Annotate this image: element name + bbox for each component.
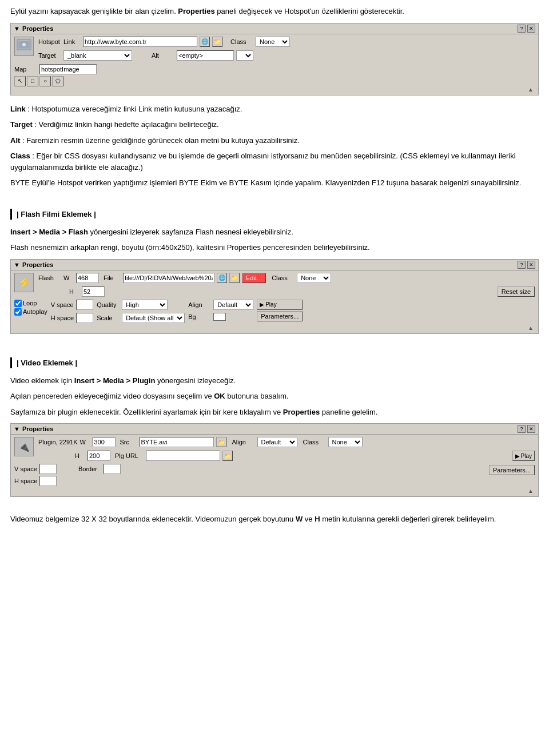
flash-folder-btn[interactable]: 📁 <box>229 273 240 283</box>
plugin-class-select[interactable]: None <box>328 437 363 447</box>
plugin-panel-buttons: ? ✕ <box>518 425 535 433</box>
target-select[interactable]: _blank <box>63 50 132 61</box>
plugin-class-label: Class <box>303 439 326 445</box>
alt-select[interactable] <box>236 50 253 61</box>
plugin-src-folder-btn[interactable]: 📁 <box>216 437 226 447</box>
video-section-title: | Video Eklemek | <box>10 357 82 368</box>
plugin-panel-title-left: ▼ Properties <box>14 425 53 432</box>
flash-globe-btn[interactable]: 🌐 <box>217 273 227 283</box>
plugin-params-btn[interactable]: Parameters... <box>489 465 535 475</box>
link-input[interactable] <box>83 37 197 47</box>
plugin-fields: Plugin, 2291K W Src 📁 Align Default Clas… <box>38 437 535 463</box>
flash-class-select[interactable]: None <box>297 273 331 283</box>
map-input[interactable] <box>39 64 97 74</box>
hotspot-fields: Hotspot Link 🌐 📁 Class None Target _blan… <box>38 37 535 62</box>
flash-insert-bold: Insert > Media > Flash <box>10 228 88 236</box>
panel-scroll-up[interactable]: ▲ <box>14 86 535 93</box>
autoplay-checkbox-label[interactable]: Autoplay <box>14 308 47 316</box>
flash-panel-scroll[interactable]: ▲ <box>14 325 535 331</box>
plugin-expand-btn[interactable]: ✕ <box>527 425 535 433</box>
panel-titlebar-buttons: ? ✕ <box>518 25 535 33</box>
class-label: Class <box>230 38 253 45</box>
play-icon: ▶ <box>260 301 264 308</box>
flash-vhspace: V space H space <box>51 300 93 325</box>
flash-h-reset-row: H Reset size <box>38 287 535 297</box>
plugin-border-input[interactable] <box>104 464 121 474</box>
svg-point-2 <box>22 43 26 46</box>
flash-w-input[interactable] <box>76 273 99 283</box>
flash-panel-buttons: ? ✕ <box>518 261 535 269</box>
flash-panel-titlebar: ▼ Properties ? ✕ <box>11 260 538 270</box>
plugin-play-btn[interactable]: ▶ Play <box>512 451 535 461</box>
plugin-row1: 🔌 Plugin, 2291K W Src 📁 Align Default Cl… <box>14 437 535 463</box>
flash-expand-btn[interactable]: ✕ <box>527 261 535 269</box>
plugin-align-label: Align <box>232 439 255 445</box>
panel-title-text: Properties <box>22 25 53 32</box>
scale-select[interactable]: Default (Show all) <box>122 313 185 323</box>
plugin-play-label: Play <box>521 453 532 459</box>
flash-play-btn[interactable]: ▶ Play <box>257 300 303 310</box>
link-para: Link : Hotspotumuza vereceğimiz linki Li… <box>10 104 539 115</box>
loop-checkbox[interactable] <box>14 300 22 307</box>
play-label: Play <box>265 301 276 308</box>
link-globe-btn[interactable]: 🌐 <box>200 37 210 47</box>
footer-para: Videomuz belgemize 32 X 32 boyutlarında … <box>10 514 539 525</box>
panel-expand-btn[interactable]: ✕ <box>527 25 535 33</box>
plugin-w-label: W <box>80 439 90 445</box>
flash-help-btn[interactable]: ? <box>518 261 526 269</box>
bg-label: Bg <box>188 313 211 320</box>
align-select[interactable]: Default <box>213 300 253 310</box>
plugin-plgurl-input[interactable] <box>146 451 220 461</box>
plugin-align-select[interactable]: Default <box>257 437 297 447</box>
plugin-h-plgurl-row: H Plg URL 📁 ▶ Play <box>38 451 535 461</box>
plugin-plgurl-folder-btn[interactable]: 📁 <box>222 451 233 461</box>
hotspot-label-row: Hotspot Link 🌐 📁 Class None <box>38 37 535 47</box>
flash-reset-btn[interactable]: Reset size <box>498 287 535 297</box>
bg-color-swatch[interactable] <box>213 313 226 321</box>
rect-tool[interactable]: □ <box>27 76 38 86</box>
pointer-tool[interactable]: ↖ <box>14 76 26 86</box>
class-select[interactable]: None <box>256 37 290 47</box>
class-bold: Class <box>10 152 30 160</box>
vspace-row: V space <box>51 300 93 310</box>
flash-h-input[interactable] <box>82 287 105 297</box>
poly-tool[interactable]: ⬠ <box>52 76 63 86</box>
plugin-help-btn[interactable]: ? <box>518 425 526 433</box>
target-text: : Verdiğimiz linkin hangi hedefte açılac… <box>34 120 218 129</box>
plugin-label: Plugin, 2291K <box>38 439 78 445</box>
link-folder-btn[interactable]: 📁 <box>212 37 222 47</box>
circle-tool[interactable]: ○ <box>39 76 51 86</box>
plugin-icon: 🔌 <box>14 437 34 456</box>
hspace-input[interactable] <box>76 313 93 323</box>
plugin-vspace-input[interactable] <box>39 464 57 474</box>
alt-input[interactable] <box>177 50 234 61</box>
video-title-bar-right: | <box>75 359 77 367</box>
intro-bold1: Properties <box>178 7 214 15</box>
plugin-hspace-row: H space <box>14 476 535 486</box>
plugin-src-input[interactable] <box>140 437 214 447</box>
quality-label: Quality <box>97 301 120 308</box>
plugin-border-row: Border <box>78 464 121 474</box>
plugin-hspace-input[interactable] <box>39 476 57 486</box>
video-para3: Sayfamıza bir plugin eklenecektir. Özell… <box>10 407 539 418</box>
plugin-h-input[interactable] <box>87 451 110 461</box>
flash-properties-panel: ▼ Properties ? ✕ ⚡ Flash W File 🌐 📁 <box>10 259 539 334</box>
panel-help-btn[interactable]: ? <box>518 25 526 33</box>
plugin-w-input[interactable] <box>93 437 116 447</box>
flash-panel-body: ⚡ Flash W File 🌐 📁 Edit... Class None <box>11 270 538 333</box>
flash-edit-btn[interactable]: Edit... <box>242 273 266 283</box>
vspace-input[interactable] <box>76 300 93 310</box>
hspace-label: H space <box>51 315 74 321</box>
footer-w-bold: W <box>296 515 303 523</box>
flash-params-btn[interactable]: Parameters... <box>257 311 303 321</box>
flash-panel-title-left: ▼ Properties <box>14 261 53 268</box>
quality-select[interactable]: High <box>122 300 168 310</box>
link-text: : Hotspotumuza vereceğimiz linki Link me… <box>27 105 242 113</box>
flash-icon: ⚡ <box>14 273 34 292</box>
loop-label: Loop <box>23 300 37 307</box>
autoplay-checkbox[interactable] <box>14 308 22 316</box>
flash-file-input[interactable] <box>123 273 214 283</box>
plugin-panel-scroll[interactable]: ▲ <box>14 488 535 494</box>
loop-checkbox-label[interactable]: Loop <box>14 300 47 307</box>
plugin-wh-src-row: Plugin, 2291K W Src 📁 Align Default Clas… <box>38 437 535 447</box>
